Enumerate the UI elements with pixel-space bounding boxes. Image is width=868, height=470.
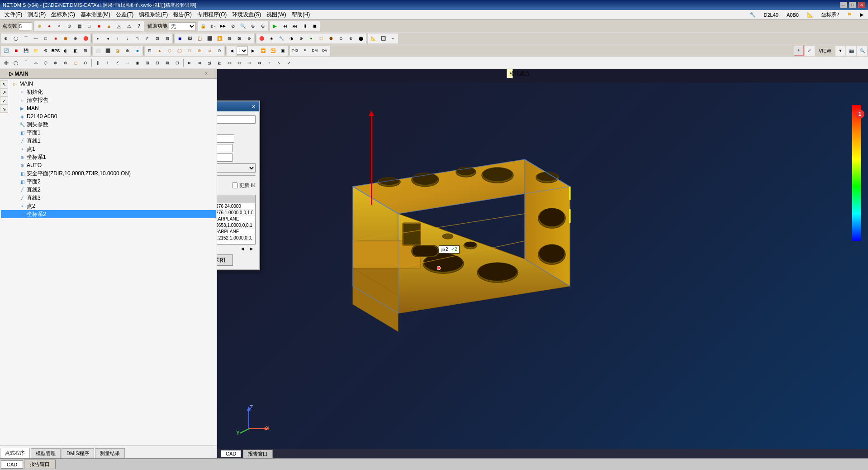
tab-model-manage[interactable]: 模型管理 <box>31 448 61 458</box>
tb3-btn-19[interactable]: □ <box>185 46 194 56</box>
tree-item-6[interactable]: ◧平面1 <box>1 129 216 137</box>
tb-btn-22[interactable]: ▶▶ <box>218 21 228 31</box>
assist-select[interactable]: 无 <box>169 22 196 30</box>
table-row-5[interactable]: PTMEAS/CART23.4865,87.2152,1.0000,0,0,1.… <box>217 235 255 241</box>
tb2-btn-4[interactable]: — <box>31 34 41 43</box>
tb3-btn-9[interactable]: ⊞ <box>81 46 90 56</box>
tb2-btn-3[interactable]: ⌒ <box>21 34 31 43</box>
tb4-btn-25[interactable]: ⊸ <box>244 58 254 68</box>
tree-item-7[interactable]: ╱直线1 <box>1 137 216 145</box>
vp-tab-report[interactable]: 报告窗口 <box>243 450 273 458</box>
tb4-btn-12[interactable]: ∠ <box>113 58 123 68</box>
tb2-btn-38[interactable]: 🔲 <box>378 34 388 43</box>
tree-item-14[interactable]: ╱直线3 <box>1 194 216 202</box>
tb4-btn-21[interactable]: ⊴ <box>204 58 214 68</box>
left-tb-3[interactable]: ↙ <box>0 97 8 104</box>
tb-btn-24[interactable]: 🔍 <box>238 21 248 31</box>
left-tb-4[interactable]: ↘ <box>0 105 8 112</box>
minimize-button[interactable]: ─ <box>840 2 847 8</box>
tb-btn-30[interactable]: ▶ <box>270 21 280 31</box>
tb3-btn-20[interactable]: ⊕ <box>194 46 204 56</box>
tb-btn-26[interactable]: ⊖ <box>258 21 268 31</box>
tb-btn-10[interactable]: ⚠ <box>124 21 134 31</box>
tb3-vp-2[interactable]: ⤢ <box>805 46 815 56</box>
i-input[interactable] <box>217 134 234 143</box>
tb3-vp-5[interactable]: 🔍 <box>857 46 867 56</box>
tb2-btn-17[interactable]: ⊟ <box>162 34 172 43</box>
tb-btn-1[interactable]: ⊕ <box>34 21 44 31</box>
tree-item-5[interactable]: 🔧测头参数 <box>1 120 216 129</box>
tb2-btn-23[interactable]: ⊞ <box>224 34 234 43</box>
tb2-btn-8[interactable]: ⊕ <box>71 34 81 43</box>
tb2-btn-39[interactable]: ↔ <box>388 34 398 43</box>
tb3-btn-17[interactable]: ⬡ <box>165 46 175 56</box>
tb2-btn-32[interactable]: ⬡ <box>316 34 326 43</box>
tb4-btn-7[interactable]: ⊗ <box>61 58 71 68</box>
tb4-btn-13[interactable]: ↔ <box>123 58 133 68</box>
tree-item-11[interactable]: ◧安全平面(ZDIR,10.0000,ZDIR,10.0000,ON) <box>1 169 216 177</box>
tb4-btn-23[interactable]: ⊶ <box>224 58 234 68</box>
tb4-btn-29[interactable]: ⤢ <box>284 58 294 68</box>
tb3-btn-23[interactable]: ◀ <box>227 46 237 56</box>
tb-btn-33[interactable]: ⏸ <box>300 21 310 31</box>
tree-item-4[interactable]: ◈D2L40 A0B0 <box>1 112 216 120</box>
tb2-btn-35[interactable]: ⊛ <box>346 34 356 43</box>
tb-btn-25[interactable]: ⊕ <box>248 21 258 31</box>
left-tb-1[interactable]: ↖ <box>0 81 8 88</box>
tb4-btn-27[interactable]: ↕ <box>264 58 274 68</box>
tb4-btn-18[interactable]: ⊡ <box>172 58 182 68</box>
tb3-btn-25[interactable]: ⏩ <box>258 46 268 56</box>
tab-dmis-program[interactable]: DMIS程序 <box>62 448 94 458</box>
tb4-btn-24[interactable]: ⊷ <box>234 58 244 68</box>
tb2-btn-11[interactable]: ◂ <box>103 34 113 43</box>
tb-btn-8[interactable]: ▲ <box>104 21 114 31</box>
tb4-btn-6[interactable]: ⊕ <box>51 58 61 68</box>
tb3-btn-13[interactable]: ⊕ <box>123 46 133 56</box>
tb-btn-7[interactable]: ■ <box>94 21 104 31</box>
tb2-btn-15[interactable]: ↱ <box>142 34 152 43</box>
menu-help[interactable]: 帮助(H) <box>289 10 313 19</box>
restore-button[interactable]: □ <box>849 2 856 8</box>
tb3-vp-4[interactable]: 📷 <box>846 46 856 56</box>
tb-btn-20[interactable]: 🔒 <box>198 21 208 31</box>
tb2-btn-36[interactable]: ⬤ <box>356 34 366 43</box>
scroll-left-btn[interactable]: ◀ <box>238 245 247 252</box>
tb3-btn-4[interactable]: 📁 <box>31 46 41 56</box>
dialog-titlebar[interactable]: 平面 × <box>217 101 259 111</box>
tree-item-8[interactable]: •点1 <box>1 145 216 153</box>
tb4-btn-4[interactable]: ⌓ <box>31 58 41 68</box>
menu-file[interactable]: 文件(F) <box>2 10 25 19</box>
menu-special[interactable]: 专用程序(O) <box>194 10 229 19</box>
tb3-btn-6[interactable]: BPS <box>51 46 61 56</box>
view-select[interactable]: 1 <box>237 47 248 55</box>
tree-item-2[interactable]: ○清空报告 <box>1 96 216 104</box>
points-input[interactable] <box>19 22 32 30</box>
tb-btn-4[interactable]: ⊙ <box>64 21 74 31</box>
tb3-vp-3[interactable]: ▼ <box>835 46 845 56</box>
tb-btn-5[interactable]: ▦ <box>74 21 84 31</box>
tb2-btn-19[interactable]: 🖼 <box>185 34 194 43</box>
tb3-btn-27[interactable]: ▣ <box>278 46 288 56</box>
tb3-btn-16[interactable]: ▲ <box>155 46 165 56</box>
table-row-4[interactable]: DMESW/CO...MOVE/CLEARPLANE <box>217 229 255 235</box>
tb4-btn-8[interactable]: ◻ <box>71 58 81 68</box>
table-row-3[interactable]: PTMEAS/CART4.6295,58.5653,1.0000,0,0,1.0… <box>217 222 255 229</box>
tb-btn-23[interactable]: ⊘ <box>228 21 238 31</box>
tb2-btn-16[interactable]: ⊡ <box>152 34 162 43</box>
tb4-btn-16[interactable]: ⊟ <box>152 58 162 68</box>
table-row-1[interactable]: PTMEAS/CART4.1937,8.6276,1.0000,0,0,1.00… <box>217 210 255 216</box>
tb3-btn-7[interactable]: ◐ <box>61 46 71 56</box>
tb3-btn-14[interactable]: ■ <box>133 46 142 56</box>
close-button[interactable]: ✕ <box>858 2 865 8</box>
tb-btn-3[interactable]: ⌖ <box>54 21 64 31</box>
menu-tolerance[interactable]: 公差(T) <box>113 10 136 19</box>
tb2-btn-27[interactable]: ◈ <box>266 34 276 43</box>
table-scroll[interactable]: GOTO/CART4.1937,8.6276,24.0000PTMEAS/CAR… <box>217 203 255 244</box>
k-input[interactable] <box>217 153 232 162</box>
menu-report[interactable]: 报告(R) <box>171 10 194 19</box>
j-input[interactable] <box>217 144 232 152</box>
tb2-btn-33[interactable]: ⬟ <box>326 34 336 43</box>
menu-env[interactable]: 环境设置(S) <box>229 10 264 19</box>
tb4-btn-9[interactable]: ⊙ <box>81 58 90 68</box>
tb2-btn-34[interactable]: ⊙ <box>336 34 346 43</box>
